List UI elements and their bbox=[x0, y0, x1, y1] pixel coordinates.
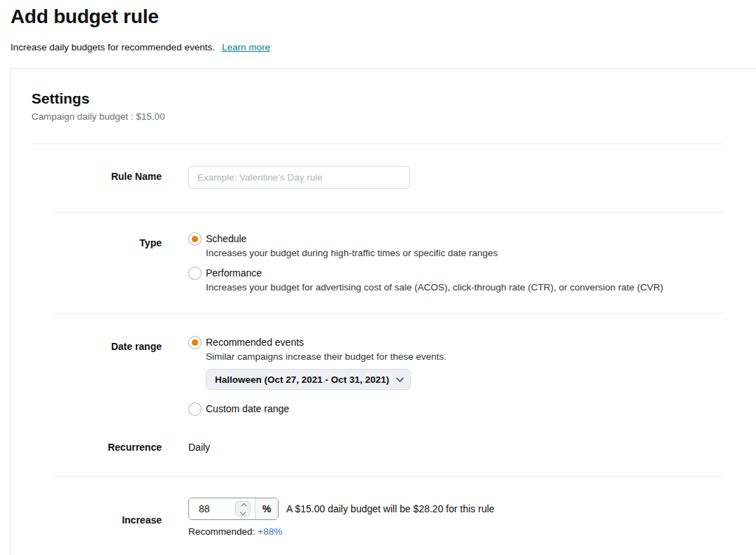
event-dropdown-value: Halloween (Oct 27, 2021 - Oct 31, 2021) bbox=[215, 374, 389, 385]
settings-card: Settings Campaign daily budget : $15.00 … bbox=[10, 68, 756, 555]
type-row: Type Schedule Increases your budget duri… bbox=[31, 213, 756, 313]
page-header: Add budget rule Increase daily budgets f… bbox=[0, 0, 756, 52]
type-option-schedule[interactable]: Schedule bbox=[188, 232, 756, 246]
type-option-performance-label[interactable]: Performance bbox=[206, 267, 262, 279]
custom-date-range-label[interactable]: Custom date range bbox=[206, 402, 289, 414]
spinner-up-icon[interactable] bbox=[241, 503, 246, 508]
increase-value-input[interactable] bbox=[189, 498, 235, 519]
campaign-budget-note: Campaign daily budget : $15.00 bbox=[31, 111, 756, 122]
recurrence-row: Recurrence Daily bbox=[31, 416, 756, 476]
increase-label: Increase bbox=[31, 509, 162, 526]
recommended-events-label[interactable]: Recommended events bbox=[206, 336, 304, 348]
increase-helper-text: A $15.00 daily budget will be $28.20 for… bbox=[286, 503, 494, 514]
recommended-label: Recommended: bbox=[188, 526, 255, 537]
recommended-events-description: Similar campaigns increase their budget … bbox=[206, 351, 756, 362]
date-range-option-custom[interactable]: Custom date range bbox=[188, 402, 756, 416]
radio-custom-date-range-icon[interactable] bbox=[188, 402, 202, 416]
increase-stepper-group: % bbox=[188, 498, 279, 520]
rule-name-input[interactable] bbox=[188, 166, 410, 189]
page-title: Add budget rule bbox=[10, 6, 756, 28]
settings-heading: Settings bbox=[31, 90, 756, 107]
recommended-line: Recommended:+88% bbox=[188, 526, 756, 537]
increase-spinner[interactable] bbox=[235, 501, 251, 517]
type-option-performance-description: Increases your budget for advertising co… bbox=[206, 282, 756, 293]
type-option-schedule-label[interactable]: Schedule bbox=[206, 232, 246, 244]
page-subtitle-text: Increase daily budgets for recommended e… bbox=[10, 42, 215, 52]
settings-header: Settings Campaign daily budget : $15.00 bbox=[31, 90, 756, 122]
radio-schedule-icon[interactable] bbox=[188, 232, 202, 246]
spinner-down-icon[interactable] bbox=[240, 509, 246, 514]
radio-performance-icon[interactable] bbox=[188, 267, 202, 280]
learn-more-link[interactable]: Learn more bbox=[222, 42, 270, 52]
recurrence-value: Daily bbox=[188, 442, 756, 453]
rule-name-row: Rule Name bbox=[31, 144, 756, 212]
type-label: Type bbox=[31, 232, 162, 248]
date-range-label: Date range bbox=[31, 336, 162, 352]
type-option-performance[interactable]: Performance bbox=[188, 267, 756, 280]
chevron-down-icon bbox=[396, 374, 404, 382]
event-dropdown[interactable]: Halloween (Oct 27, 2021 - Oct 31, 2021) bbox=[206, 369, 411, 390]
date-range-option-recommended[interactable]: Recommended events bbox=[188, 336, 756, 349]
rule-name-label: Rule Name bbox=[31, 166, 162, 182]
date-range-row: Date range Recommended events Similar ca… bbox=[31, 314, 756, 416]
type-option-schedule-description: Increases your budget during high-traffi… bbox=[206, 248, 756, 258]
recurrence-label: Recurrence bbox=[31, 442, 162, 453]
percent-unit-label: % bbox=[255, 498, 278, 519]
radio-recommended-events-icon[interactable] bbox=[188, 336, 202, 349]
increase-row: Increase % A $15.00 daily budget will be… bbox=[31, 477, 756, 537]
page-subtitle: Increase daily budgets for recommended e… bbox=[10, 42, 756, 52]
recommended-value-link[interactable]: +88% bbox=[258, 526, 282, 537]
